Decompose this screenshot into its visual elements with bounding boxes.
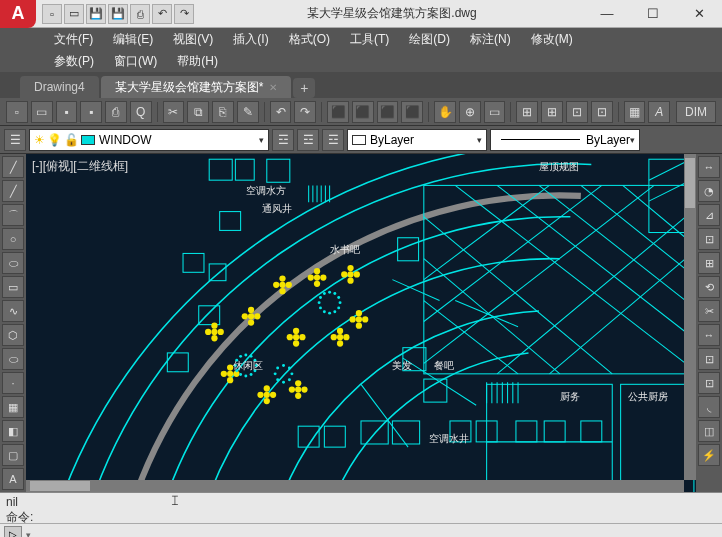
- move-icon[interactable]: ↔: [698, 156, 720, 178]
- chamfer-icon[interactable]: ◫: [698, 420, 720, 442]
- horizontal-scrollbar[interactable]: [26, 480, 684, 492]
- scale-icon[interactable]: ⊡: [698, 372, 720, 394]
- trim-icon[interactable]: ✂: [698, 300, 720, 322]
- menu-parametric[interactable]: 参数(P): [44, 53, 104, 70]
- print-icon[interactable]: ⎙: [105, 101, 127, 123]
- zoomwin-icon[interactable]: ▭: [484, 101, 506, 123]
- app-logo[interactable]: A: [0, 0, 36, 28]
- menu-file[interactable]: 文件(F): [44, 31, 103, 48]
- viewport-icon[interactable]: ⊡: [566, 101, 588, 123]
- menu-modify[interactable]: 修改(M): [521, 31, 583, 48]
- minimize-button[interactable]: —: [584, 0, 630, 28]
- cut-icon[interactable]: ✂: [163, 101, 185, 123]
- tab-current-dwg[interactable]: 某大学星级会馆建筑方案图*✕: [101, 76, 292, 98]
- menu-tools[interactable]: 工具(T): [340, 31, 399, 48]
- menu-edit[interactable]: 编辑(E): [103, 31, 163, 48]
- command-input[interactable]: [35, 528, 718, 538]
- dropdown-icon[interactable]: ▾: [26, 530, 31, 538]
- saveall-icon[interactable]: ▪: [80, 101, 102, 123]
- menu-help[interactable]: 帮助(H): [167, 53, 228, 70]
- polygon-icon[interactable]: ⬡: [2, 324, 24, 346]
- text-icon[interactable]: A: [648, 101, 670, 123]
- qat-saveas[interactable]: 💾: [108, 4, 128, 24]
- explode-icon[interactable]: ⚡: [698, 444, 720, 466]
- menu-format[interactable]: 格式(O): [279, 31, 340, 48]
- line-icon[interactable]: ╱: [2, 156, 24, 178]
- menu-window[interactable]: 窗口(W): [104, 53, 167, 70]
- dim-button[interactable]: DIM: [676, 101, 716, 123]
- spline-icon[interactable]: ∿: [2, 300, 24, 322]
- maximize-button[interactable]: ☐: [630, 0, 676, 28]
- viewport-icon[interactable]: ⊞: [516, 101, 538, 123]
- viewport-icon[interactable]: ⊞: [541, 101, 563, 123]
- menu-insert[interactable]: 插入(I): [223, 31, 278, 48]
- close-icon[interactable]: ✕: [269, 82, 277, 93]
- array-icon[interactable]: ⊞: [698, 252, 720, 274]
- layer-manager-icon[interactable]: ☰: [4, 129, 26, 151]
- qat-save[interactable]: 💾: [86, 4, 106, 24]
- svg-point-102: [264, 392, 270, 398]
- viewport-icon[interactable]: ⊡: [591, 101, 613, 123]
- offset-icon[interactable]: ⊡: [698, 228, 720, 250]
- new-icon[interactable]: ▫: [6, 101, 28, 123]
- linetype-dropdown[interactable]: ByLayer ▾: [490, 129, 640, 151]
- window-title: 某大学星级会馆建筑方案图.dwg: [200, 5, 584, 22]
- block-icon[interactable]: ⬛: [327, 101, 349, 123]
- qat-open[interactable]: ▭: [64, 4, 84, 24]
- scrollbar-thumb[interactable]: [30, 481, 90, 491]
- close-button[interactable]: ✕: [676, 0, 722, 28]
- ellipse-icon[interactable]: ⬭: [2, 252, 24, 274]
- polyline-icon[interactable]: ╱: [2, 180, 24, 202]
- layer-state-icon[interactable]: ☲: [297, 129, 319, 151]
- zoom-icon[interactable]: ⊕: [459, 101, 481, 123]
- match-icon[interactable]: ✎: [237, 101, 259, 123]
- point-icon[interactable]: ·: [2, 372, 24, 394]
- circle-icon[interactable]: ○: [2, 228, 24, 250]
- save-icon[interactable]: ▪: [56, 101, 78, 123]
- drawing-canvas[interactable]: [-][俯视][二维线框]: [26, 154, 696, 492]
- layer-prev-icon[interactable]: ☲: [272, 129, 294, 151]
- add-tab-button[interactable]: +: [293, 78, 315, 98]
- rect-icon[interactable]: ▭: [2, 276, 24, 298]
- pan-icon[interactable]: ✋: [434, 101, 456, 123]
- stretch-icon[interactable]: ⊡: [698, 348, 720, 370]
- fillet-icon[interactable]: ◟: [698, 396, 720, 418]
- qat-print[interactable]: ⎙: [130, 4, 150, 24]
- menu-dimension[interactable]: 标注(N): [460, 31, 521, 48]
- gradient-icon[interactable]: ◧: [2, 420, 24, 442]
- copy-icon[interactable]: ⧉: [187, 101, 209, 123]
- viewport-label[interactable]: [-][俯视][二维线框]: [32, 158, 128, 175]
- rotate-icon[interactable]: ⟲: [698, 276, 720, 298]
- qat-undo[interactable]: ↶: [152, 4, 172, 24]
- lock-icon: 🔓: [64, 133, 79, 147]
- layer-dropdown[interactable]: ☀ 💡 🔓 WINDOW ▾: [29, 129, 269, 151]
- text-icon[interactable]: A: [2, 468, 24, 490]
- undo-icon[interactable]: ↶: [270, 101, 292, 123]
- extend-icon[interactable]: ↔: [698, 324, 720, 346]
- menu-draw[interactable]: 绘图(D): [399, 31, 460, 48]
- qat-redo[interactable]: ↷: [174, 4, 194, 24]
- layer-iso-icon[interactable]: ☲: [322, 129, 344, 151]
- paste-icon[interactable]: ⎘: [212, 101, 234, 123]
- mirror-icon[interactable]: ⊿: [698, 204, 720, 226]
- arc-icon[interactable]: ⌒: [2, 204, 24, 226]
- menu-view[interactable]: 视图(V): [163, 31, 223, 48]
- tab-drawing4[interactable]: Drawing4: [20, 76, 99, 98]
- scrollbar-thumb[interactable]: [685, 158, 695, 208]
- vertical-scrollbar[interactable]: [684, 154, 696, 480]
- block-icon[interactable]: ⬛: [377, 101, 399, 123]
- preview-icon[interactable]: Q: [130, 101, 152, 123]
- block-icon[interactable]: ⬛: [401, 101, 423, 123]
- block-icon[interactable]: ⬛: [352, 101, 374, 123]
- command-history[interactable]: nil 命令:: [0, 493, 722, 523]
- open-icon[interactable]: ▭: [31, 101, 53, 123]
- region-icon[interactable]: ▢: [2, 444, 24, 466]
- redo-icon[interactable]: ↷: [294, 101, 316, 123]
- copy-icon[interactable]: ◔: [698, 180, 720, 202]
- command-prompt-icon[interactable]: ▷: [4, 526, 22, 538]
- qat-new[interactable]: ▫: [42, 4, 62, 24]
- color-dropdown[interactable]: ByLayer ▾: [347, 129, 487, 151]
- hatch-icon[interactable]: ▦: [2, 396, 24, 418]
- table-icon[interactable]: ▦: [624, 101, 646, 123]
- ellipse2-icon[interactable]: ⬭: [2, 348, 24, 370]
